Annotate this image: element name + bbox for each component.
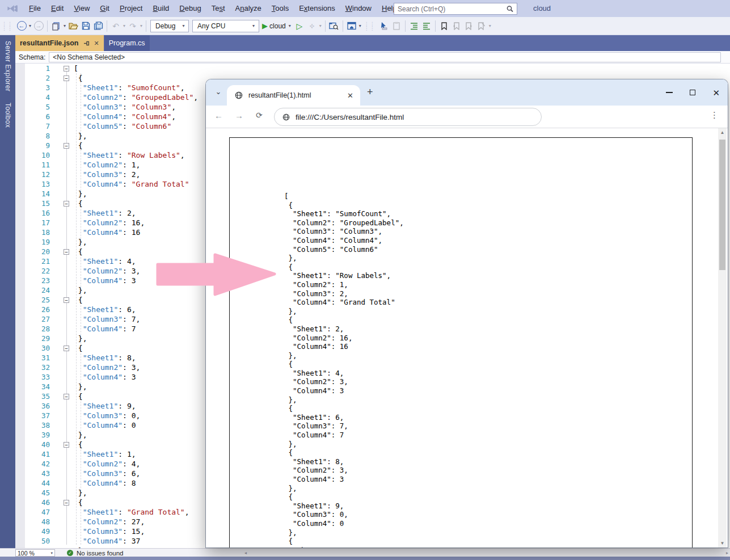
toolbar-grip[interactable]: ⋮⋮⋮⋮ <box>364 22 375 31</box>
toolbar-overflow-dropdown[interactable]: ▾ <box>358 23 362 28</box>
browser-menu-button[interactable]: ⋮ <box>710 110 719 120</box>
fold-marker-icon[interactable]: − <box>64 143 69 149</box>
tab-resultantfile-json[interactable]: resultantFile.json ✕ <box>15 35 104 51</box>
solution-platform-select[interactable]: Any CPU▾ <box>192 20 259 32</box>
line-number: 18 <box>26 228 50 237</box>
tab-program-cs[interactable]: Program.cs <box>104 35 150 51</box>
decrease-indent-button[interactable] <box>408 19 420 33</box>
fold-marker-icon[interactable]: − <box>64 346 69 351</box>
fold-marker-icon[interactable]: − <box>64 442 69 448</box>
account-name[interactable]: cloud <box>533 0 551 17</box>
editor-horizontal-scrollbar[interactable]: ◂ ▸ <box>243 549 730 557</box>
fold-marker-icon[interactable]: − <box>64 75 69 81</box>
search-input[interactable] <box>394 5 505 13</box>
bookmarks-overflow-dropdown[interactable]: ▾ <box>488 23 492 28</box>
line-number: 14 <box>26 189 50 199</box>
new-project-dropdown[interactable]: ▾ <box>62 23 67 28</box>
toolbar-separator <box>107 20 107 32</box>
close-tab-icon[interactable]: ✕ <box>346 91 355 100</box>
solution-configuration-select[interactable]: Debug▾ <box>150 20 189 32</box>
toolbar-separator <box>435 20 436 32</box>
screen: FileEditViewGitProjectBuildDebugTestAnal… <box>0 0 730 560</box>
line-number: 50 <box>26 536 50 546</box>
schema-select[interactable]: <No Schema Selected> <box>49 52 721 62</box>
browser-reload-button[interactable]: ⟳ <box>256 111 263 120</box>
redo-dropdown[interactable]: ▾ <box>139 23 144 28</box>
pin-icon[interactable] <box>83 40 90 47</box>
minimize-button[interactable] <box>666 92 673 93</box>
menu-build[interactable]: Build <box>147 0 174 17</box>
menu-file[interactable]: File <box>24 0 46 17</box>
line-number: 5 <box>26 102 50 112</box>
sidebar-tab-server-explorer[interactable]: Server Explorer <box>4 35 12 97</box>
new-tab-button[interactable]: + <box>367 86 373 98</box>
scrollbar-thumb[interactable] <box>719 140 725 270</box>
fold-marker-icon[interactable]: − <box>64 500 69 506</box>
fold-marker-icon[interactable]: − <box>64 297 69 303</box>
scroll-down-arrow-icon[interactable]: ▼ <box>718 541 727 546</box>
menu-window[interactable]: Window <box>340 0 377 17</box>
solution-explorer-home-button[interactable] <box>345 19 358 33</box>
menu-debug[interactable]: Debug <box>174 0 206 17</box>
find-in-files-button[interactable] <box>328 19 340 33</box>
hot-reload-dropdown[interactable]: ▾ <box>318 23 323 28</box>
increase-indent-button[interactable] <box>420 19 433 33</box>
browser-scrollbar[interactable]: ▲ ▼ <box>718 128 727 548</box>
editor-bottom-strip: 100 %▾ ✓ No issues found ◂ ▸ <box>0 548 730 557</box>
undo-button[interactable]: ↶ <box>109 19 122 33</box>
menu-view[interactable]: View <box>69 0 95 17</box>
browser-tab-title: resultantFile(1).html <box>248 91 346 99</box>
navigate-back-button[interactable]: ← <box>15 19 28 33</box>
menu-analyze[interactable]: Analyze <box>230 0 267 17</box>
start-debugging-button[interactable]: ▶ cloud ▾ <box>261 19 293 33</box>
selection-cursor-button[interactable] <box>378 19 390 33</box>
close-tab-icon[interactable]: ✕ <box>94 40 99 47</box>
browser-tab[interactable]: resultantFile(1).html ✕ <box>227 85 360 106</box>
address-bar[interactable]: file:///C:/Users/resultantFile.html <box>274 108 542 126</box>
menu-tools[interactable]: Tools <box>267 0 294 17</box>
scroll-up-arrow-icon[interactable]: ▲ <box>718 130 727 135</box>
toolbar-grip[interactable]: ⋮⋮⋮⋮ <box>2 22 13 31</box>
redo-button[interactable]: ↷ <box>126 19 139 33</box>
browser-forward-button[interactable]: → <box>235 111 243 120</box>
document-health-indicator[interactable]: ✓ No issues found <box>67 549 123 557</box>
start-without-debugging-button[interactable]: ▷ <box>293 19 306 33</box>
browser-back-button[interactable]: ← <box>214 111 223 120</box>
clear-bookmarks-button[interactable] <box>475 19 488 33</box>
menu-extensions[interactable]: Extensions <box>294 0 340 17</box>
open-file-button[interactable] <box>67 19 79 33</box>
fold-marker-icon[interactable]: − <box>64 201 69 207</box>
document-tabstrip: resultantFile.json ✕ Program.cs <box>15 35 730 51</box>
maximize-button[interactable] <box>690 90 695 95</box>
line-number: 8 <box>26 131 50 141</box>
menu-git[interactable]: Git <box>95 0 115 17</box>
toggle-bookmark-button[interactable] <box>438 19 450 33</box>
navigate-forward-button[interactable]: → <box>32 19 45 33</box>
save-button[interactable] <box>79 19 92 33</box>
hot-reload-button[interactable]: ⟡ <box>306 19 318 33</box>
fold-marker-icon[interactable]: − <box>64 249 69 255</box>
fold-marker-icon[interactable]: − <box>64 394 69 399</box>
line-number: 19 <box>26 237 50 247</box>
navigate-back-dropdown[interactable]: ▾ <box>28 23 32 28</box>
scroll-right-arrow-icon[interactable]: ▸ <box>726 550 728 555</box>
save-all-button[interactable] <box>92 19 104 33</box>
new-project-button[interactable] <box>50 19 62 33</box>
paste-button[interactable] <box>390 19 403 33</box>
menu-test[interactable]: Test <box>206 0 230 17</box>
line-number: 21 <box>26 256 50 266</box>
search-box[interactable] <box>394 3 517 15</box>
close-window-button[interactable]: ✕ <box>712 89 720 97</box>
line-number: 27 <box>26 314 50 324</box>
previous-bookmark-button[interactable] <box>450 19 463 33</box>
sidebar-tab-toolbox[interactable]: Toolbox <box>4 97 12 133</box>
scroll-left-arrow-icon[interactable]: ◂ <box>244 550 247 555</box>
menu-project[interactable]: Project <box>115 0 147 17</box>
menu-edit[interactable]: Edit <box>46 0 69 17</box>
fold-marker-icon[interactable]: − <box>64 66 69 71</box>
editor-zoom-select[interactable]: 100 %▾ <box>15 549 55 557</box>
tab-search-chevron-button[interactable]: ⌄ <box>212 86 225 99</box>
tab-label: Program.cs <box>109 39 145 47</box>
undo-dropdown[interactable]: ▾ <box>122 23 126 28</box>
next-bookmark-button[interactable] <box>463 19 475 33</box>
